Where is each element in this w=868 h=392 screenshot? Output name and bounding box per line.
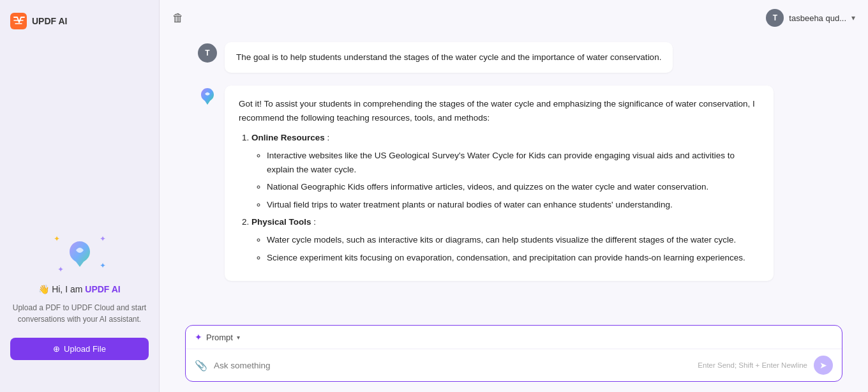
prompt-sparkle-icon: ✦ <box>195 332 202 342</box>
prompt-dropdown-icon[interactable]: ▾ <box>237 334 240 341</box>
ai-bubble: Got it! To assist your students in compr… <box>225 86 774 281</box>
bullet-2-1: Water cycle models, such as interactive … <box>267 233 760 247</box>
sparkle-tr-icon: ✦ <box>100 234 106 243</box>
user-message: T The goal is to help students understan… <box>198 42 830 73</box>
upload-button-label: Upload File <box>64 344 106 354</box>
ai-intro-text: Got it! To assist your students in compr… <box>239 97 760 124</box>
sidebar-center: ✦ ✦ ✦ ✦ 👋 Hi, I am UPDF AI Upload a PDF … <box>10 232 149 360</box>
bullet-2-2: Science experiment kits focusing on evap… <box>267 251 760 265</box>
brand-name: UPDF AI <box>85 284 120 294</box>
section-2-bullets: Water cycle models, such as interactive … <box>251 233 760 264</box>
sidebar-subtitle: Upload a PDF to UPDF Cloud and start con… <box>10 302 149 325</box>
user-bubble: The goal is to help students understand … <box>225 42 673 73</box>
send-hint-text: Enter Send; Shift + Enter Newline <box>698 361 807 369</box>
app-title: UPDF AI <box>32 16 67 26</box>
avatar: T <box>766 9 784 27</box>
avatar-initial: T <box>773 13 777 22</box>
updf-logo-icon <box>10 13 27 29</box>
section-1-bullets: Interactive websites like the US Geologi… <box>251 149 760 211</box>
sparkle-bl-icon: ✦ <box>57 265 64 274</box>
ai-logo-icon <box>198 87 217 106</box>
username-label: tasbeeha qud... <box>789 13 846 23</box>
ai-section-1: Online Resources : Interactive websites … <box>251 131 760 211</box>
sparkle-tl-icon: ✦ <box>54 234 60 243</box>
bullet-1-3: Virtual field trips to water treatment p… <box>267 198 760 212</box>
main-panel: 🗑 T tasbeeha qud... ▾ T The goal is to h… <box>160 0 868 392</box>
user-initial: T <box>205 49 209 57</box>
section-2-title: Physical Tools <box>251 217 311 227</box>
attach-icon[interactable]: 📎 <box>195 359 207 372</box>
input-bottom-bar: 📎 Enter Send; Shift + Enter Newline ➤ <box>186 349 842 381</box>
sidebar: UPDF AI ✦ ✦ ✦ ✦ 👋 Hi, I am UPDF AI <box>0 0 160 392</box>
prompt-label: Prompt <box>206 333 233 342</box>
updf-center-logo <box>64 239 95 269</box>
greeting-prefix: 👋 Hi, I am <box>38 284 85 294</box>
send-button[interactable]: ➤ <box>814 356 833 375</box>
user-menu[interactable]: T tasbeeha qud... ▾ <box>766 9 855 27</box>
bullet-1-2: National Geographic Kids offers informat… <box>267 180 760 194</box>
send-icon: ➤ <box>819 360 827 370</box>
chat-area: T The goal is to help students understan… <box>160 36 868 325</box>
ai-sections-list: Online Resources : Interactive websites … <box>239 131 760 264</box>
logo-area: UPDF AI <box>10 13 67 29</box>
user-avatar-small: T <box>198 43 217 63</box>
ai-avatar <box>198 87 217 106</box>
ai-icon-container: ✦ ✦ ✦ ✦ <box>51 232 108 276</box>
topbar: 🗑 T tasbeeha qud... ▾ <box>160 0 868 36</box>
ai-message: Got it! To assist your students in compr… <box>198 86 830 281</box>
input-container: ✦ Prompt ▾ 📎 Enter Send; Shift + Enter N… <box>185 325 842 382</box>
section-1-title: Online Resources <box>251 133 325 142</box>
chevron-down-icon: ▾ <box>851 13 855 22</box>
greeting: 👋 Hi, I am UPDF AI <box>38 284 121 294</box>
upload-icon: ⊕ <box>53 344 60 354</box>
bullet-1-1: Interactive websites like the US Geologi… <box>267 149 760 176</box>
ai-section-2: Physical Tools : Water cycle models, suc… <box>251 215 760 264</box>
delete-conversation-button[interactable]: 🗑 <box>172 11 184 25</box>
input-top-bar: ✦ Prompt ▾ <box>186 326 842 349</box>
upload-file-button[interactable]: ⊕ Upload File <box>10 338 149 360</box>
ask-input[interactable] <box>214 361 691 370</box>
sparkle-br-icon: ✦ <box>100 261 106 270</box>
